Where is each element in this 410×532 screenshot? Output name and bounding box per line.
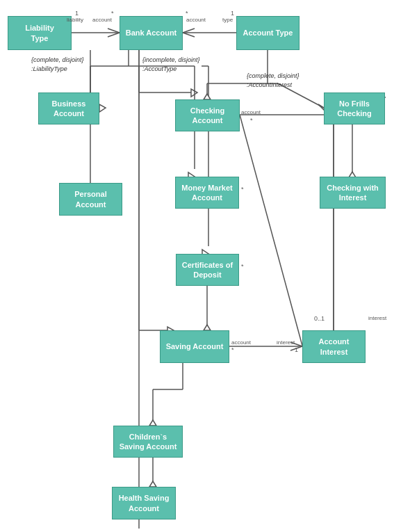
account-type-box: Account Type bbox=[236, 16, 300, 50]
bank-account-box: Bank Account bbox=[120, 16, 183, 50]
checking-with-interest-box: Checking with Interest bbox=[320, 177, 386, 209]
health-saving-account-box: Health Saving Account bbox=[112, 487, 176, 519]
mult-interest: interest bbox=[277, 339, 295, 346]
note-liability-type: {complete, disjoint} :LiabilityType bbox=[31, 56, 84, 73]
svg-line-4 bbox=[183, 29, 195, 33]
svg-marker-9 bbox=[99, 104, 106, 112]
mult-account: account bbox=[92, 17, 112, 23]
mult-star4: * bbox=[241, 263, 244, 270]
money-market-account-box: Money Market Account bbox=[175, 177, 239, 209]
mult-0-1: 0..1 bbox=[314, 315, 325, 322]
childrens-saving-account-box: Children`s Saving Account bbox=[113, 426, 183, 458]
mult-interest2: interest bbox=[368, 315, 386, 321]
mult-type: type bbox=[222, 17, 233, 23]
mult-account4: account bbox=[231, 339, 251, 346]
mult-one1: 1 bbox=[231, 10, 234, 17]
business-account-box: Business Account bbox=[38, 92, 99, 124]
mult-star1: * bbox=[186, 10, 188, 17]
svg-line-5 bbox=[183, 33, 195, 37]
certificates-of-deposit-box: Certificates of Deposit bbox=[176, 254, 239, 286]
svg-marker-52 bbox=[149, 420, 156, 426]
mult-star2: * bbox=[250, 117, 253, 124]
no-frills-checking-box: No Frills Checking bbox=[324, 92, 385, 124]
saving-account-box: Saving Account bbox=[160, 330, 229, 363]
mult-1: 1 bbox=[75, 10, 79, 17]
svg-marker-21 bbox=[191, 89, 197, 97]
svg-marker-34 bbox=[204, 94, 211, 99]
mult-star5: * bbox=[231, 346, 234, 353]
note-account-type: {incomplete, disjoint} :AccoutType bbox=[142, 56, 200, 73]
mult-account2: account bbox=[186, 17, 206, 23]
svg-line-2 bbox=[108, 33, 120, 37]
mult-2: * bbox=[111, 10, 114, 17]
note-account-interest: {complete, disjoint} :AccountInterest bbox=[247, 72, 300, 89]
checking-account-box: Checking Account bbox=[175, 99, 240, 131]
mult-account3: account bbox=[241, 109, 261, 115]
liability-type-box: Liability Type bbox=[8, 16, 72, 50]
svg-marker-54 bbox=[149, 481, 156, 487]
mult-liability: liability bbox=[67, 17, 83, 23]
personal-account-box: Personal Account bbox=[59, 183, 122, 216]
account-interest-box: Account Interest bbox=[302, 330, 366, 363]
svg-line-43 bbox=[240, 115, 302, 346]
mult-star3: * bbox=[241, 186, 244, 193]
svg-marker-56 bbox=[204, 325, 211, 330]
mult-one2: 1 bbox=[295, 346, 298, 353]
diagram-container: Liability Type Bank Account Account Type… bbox=[0, 0, 410, 532]
svg-line-1 bbox=[108, 29, 120, 33]
